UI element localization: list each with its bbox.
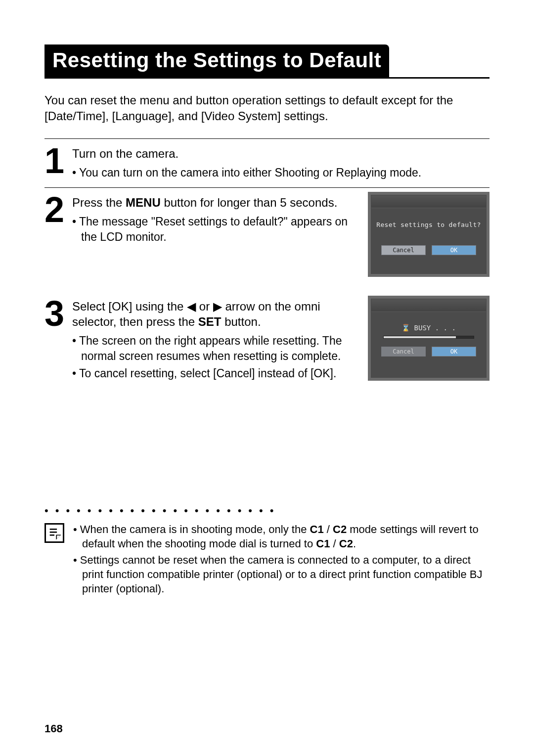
- note-1-c1b: C1: [316, 537, 330, 550]
- lcd-busy-screen: ⌛ BUSY . . . Cancel OK: [368, 296, 490, 381]
- lcd-cancel-button[interactable]: Cancel: [381, 245, 426, 255]
- step-2-heading: Press the MENU button for longer than 5 …: [72, 195, 356, 210]
- lcd-ok-button[interactable]: OK: [432, 245, 476, 255]
- step-3-heading-post: button.: [222, 315, 261, 328]
- step-2: 2 Press the MENU button for longer than …: [44, 192, 490, 282]
- step-3-number: 3: [44, 298, 72, 330]
- step-2-bullet-1: The message "Reset settings to default?"…: [81, 214, 356, 245]
- lcd-top-bar-2: [371, 299, 486, 312]
- svg-marker-5: [57, 535, 60, 539]
- step-3-heading-bold: SET: [198, 315, 222, 328]
- step-1: 1 Turn on the camera. You can turn on th…: [44, 143, 490, 182]
- step-2-heading-post: button for longer than 5 seconds.: [161, 196, 338, 209]
- lcd-progress-bar: [383, 336, 474, 339]
- step-1-bullet-1: You can turn on the camera into either S…: [81, 165, 490, 180]
- note-1-end: .: [353, 537, 356, 550]
- lcd-progress-fill: [384, 336, 456, 338]
- step-1-number: 1: [44, 145, 72, 177]
- note-block: When the camera is in shooting mode, onl…: [44, 522, 490, 598]
- note-1-c2: C2: [333, 523, 347, 535]
- step-2-number: 2: [44, 194, 72, 226]
- step-3-heading-pre: Select [OK] using the: [72, 300, 187, 313]
- intro-text: You can reset the menu and button operat…: [44, 92, 490, 125]
- step1-top-rule: [44, 138, 490, 139]
- lcd-reset-message: Reset settings to default?: [371, 208, 486, 243]
- note-1-c1: C1: [310, 523, 324, 535]
- page-number: 168: [44, 722, 63, 735]
- step-1-heading: Turn on the camera.: [72, 146, 490, 161]
- memo-icon: [44, 523, 64, 543]
- hourglass-icon: ⌛: [401, 324, 410, 332]
- lcd-reset-prompt: Reset settings to default? Cancel OK: [368, 192, 490, 277]
- step-3-heading: Select [OK] using the ◀ or ▶ arrow on th…: [72, 299, 356, 329]
- note-1-slash1: /: [324, 523, 333, 535]
- lcd-busy-label: ⌛ BUSY . . .: [371, 312, 486, 336]
- left-arrow-icon: ◀: [187, 300, 196, 313]
- right-arrow-icon: ▶: [213, 300, 222, 313]
- step-3: 3 Select [OK] using the ◀ or ▶ arrow on …: [44, 296, 490, 386]
- lcd-ok-button-2[interactable]: OK: [432, 347, 476, 356]
- svg-rect-0: [47, 526, 62, 540]
- note-1: When the camera is in shooting mode, onl…: [73, 522, 490, 551]
- step-2-heading-bold: MENU: [126, 196, 161, 209]
- note-2: Settings cannot be reset when the camera…: [73, 553, 490, 596]
- page-title: Resetting the Settings to Default: [44, 44, 389, 77]
- step-2-heading-pre: Press the: [72, 196, 126, 209]
- note-1-slash2: /: [330, 537, 339, 550]
- lcd-busy-text: BUSY . . .: [410, 324, 456, 332]
- step2-top-rule: [44, 187, 490, 188]
- note-1-c2b: C2: [339, 537, 353, 550]
- note-1-pre: When the camera is in shooting mode, onl…: [80, 523, 310, 535]
- lcd-cancel-button-dimmed: Cancel: [381, 347, 426, 356]
- step-3-heading-or: or: [196, 300, 213, 313]
- title-underline: [44, 77, 490, 79]
- dot-leader: ••••••••••••••••••••••: [44, 504, 490, 517]
- step-3-bullet-2: To cancel resetting, select [Cancel] ins…: [81, 366, 356, 381]
- step-3-bullet-1: The screen on the right appears while re…: [81, 333, 356, 364]
- lcd-top-bar: [371, 195, 486, 208]
